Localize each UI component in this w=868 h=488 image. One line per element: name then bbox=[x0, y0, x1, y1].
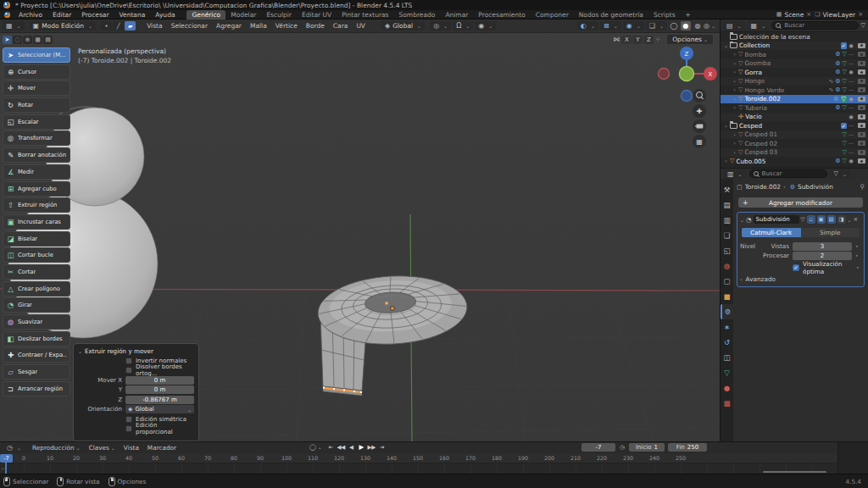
channel-expander-icon[interactable]: › bbox=[2, 465, 4, 472]
properties-tab-view-layer[interactable]: ❏ bbox=[721, 228, 733, 243]
tool-suavizar[interactable]: ◍Suavizar bbox=[3, 314, 70, 330]
symmetric-edit-checkbox[interactable] bbox=[125, 416, 132, 423]
tool-agregar-cubo[interactable]: ⊞Agregar cubo bbox=[3, 181, 70, 197]
properties-tab-output[interactable]: ▥ bbox=[721, 213, 733, 228]
outliner-row-collection[interactable]: ⌄Collection✓◉ bbox=[721, 42, 868, 51]
camera-visibility-icon[interactable] bbox=[858, 79, 865, 84]
properties-editor-type-button[interactable]: ▥ bbox=[724, 169, 746, 179]
camera-visibility-icon[interactable] bbox=[858, 114, 865, 119]
optimal-display-checkbox[interactable]: ✓ bbox=[793, 264, 799, 271]
viewport-menu-vista[interactable]: Vista bbox=[142, 22, 167, 30]
expand-chevron-icon[interactable]: ⌄ bbox=[740, 217, 744, 223]
prev-keyframe-button[interactable]: ◀◀ bbox=[337, 442, 346, 452]
current-frame-field[interactable]: -7 bbox=[581, 443, 615, 452]
operator-panel[interactable]: ⌄ Extruir región y mover Invertir normal… bbox=[73, 343, 199, 441]
shading-rendered-button[interactable]: ◎ bbox=[704, 21, 715, 30]
expander-icon[interactable]: › bbox=[731, 78, 738, 85]
frame-end-field[interactable]: Fin 250 bbox=[668, 443, 707, 452]
jump-to-start-button[interactable]: ⇤ bbox=[326, 442, 336, 452]
outliner-row-toroide-002[interactable]: ›▽Toroide.002⚙▽◉ bbox=[721, 95, 868, 104]
outliner-row-cesped-01[interactable]: ›▽Cesped 01▽— bbox=[721, 130, 868, 140]
properties-tab-material[interactable]: ● bbox=[721, 380, 733, 396]
breadcrumb-modifier[interactable]: Subdivisión bbox=[798, 183, 833, 191]
tool-mover[interactable]: ✛Mover bbox=[3, 80, 70, 96]
tool-sesgar[interactable]: ▱Sesgar bbox=[3, 364, 70, 380]
modifier-panel[interactable]: ⌄ ◔ Subdivisión ▽ ▫ ▣ ▤ ◨ ⌄ × Catmull-Cl… bbox=[737, 212, 865, 287]
viewport-pan-button[interactable]: ✚ bbox=[693, 104, 706, 118]
outliner-display-mode-button[interactable]: ▦ bbox=[748, 21, 770, 30]
overlays-dropdown[interactable]: ◉ bbox=[623, 21, 644, 30]
outliner-row-colecci-n-de-la-escena[interactable]: Colección de la escena bbox=[721, 32, 868, 42]
eye-open-icon[interactable]: ◉ bbox=[847, 42, 855, 49]
mode-select-dropdown[interactable]: ▣ Modo Edición bbox=[30, 21, 97, 30]
camera-visibility-icon[interactable] bbox=[858, 123, 865, 128]
playhead[interactable]: -7 bbox=[0, 454, 13, 463]
properties-tab-world[interactable]: ◍ bbox=[721, 258, 733, 274]
workspace-tab-sombreado[interactable]: Sombreado bbox=[393, 10, 440, 19]
workspace-tab-nodos-de-geometr-a[interactable]: Nodos de geometría bbox=[574, 10, 648, 19]
properties-tab-particles[interactable]: ∗ bbox=[721, 319, 733, 335]
snap-dropdown[interactable]: Ω bbox=[453, 21, 473, 30]
viewport-zoom-button[interactable] bbox=[693, 89, 706, 103]
tool-rotar[interactable]: ↻Rotar bbox=[3, 97, 70, 113]
toggle-cage-display[interactable]: ◨ bbox=[837, 215, 846, 224]
next-keyframe-button[interactable]: ▶▶ bbox=[367, 442, 376, 452]
scene-selector[interactable]: ▦ Scene × bbox=[776, 11, 811, 19]
procesar-value-field[interactable]: 2 bbox=[793, 252, 852, 260]
eye-open-icon[interactable]: ◉ bbox=[847, 69, 855, 75]
proportional-edit-checkbox[interactable] bbox=[125, 425, 132, 432]
expander-icon[interactable]: ⌄ bbox=[722, 42, 730, 49]
record-button[interactable]: ◯ bbox=[309, 444, 322, 451]
timeline-ruler[interactable]: 0102030405060708090100110120130140150160… bbox=[0, 453, 837, 463]
viewport-menu-agregar[interactable]: Agregar bbox=[212, 22, 246, 30]
menu-archivo[interactable]: Archivo bbox=[14, 11, 47, 19]
properties-tab-tool[interactable]: ⚒ bbox=[721, 182, 733, 197]
tool-settings-icon-4[interactable]: ▦ bbox=[33, 36, 42, 44]
vistas-value-field[interactable]: 3 bbox=[793, 242, 852, 251]
modifier-name-field[interactable]: Subdivisión bbox=[754, 215, 799, 224]
pivot-point-dropdown[interactable]: ◎ bbox=[430, 21, 451, 30]
outliner-editor-type-button[interactable]: ▤ bbox=[723, 21, 745, 30]
timeline-editor-type-button[interactable]: ◷ bbox=[3, 443, 25, 452]
play-reverse-button[interactable]: ◀ bbox=[347, 442, 356, 452]
gizmo-z-neg-axis[interactable] bbox=[682, 91, 693, 102]
viewport-menu-malla[interactable]: Malla bbox=[246, 22, 271, 30]
outliner-row-hongo-verde[interactable]: ›▽Hongo Verde∿⚙▽— bbox=[721, 86, 868, 95]
collection-checkbox[interactable]: ✓ bbox=[841, 123, 848, 130]
camera-visibility-icon[interactable] bbox=[858, 61, 865, 66]
tool-arrancar-regi-n[interactable]: ⊐Arrancar región bbox=[3, 381, 70, 396]
outliner-row-tuber-a[interactable]: ›▽Tubería⚙▽— bbox=[721, 103, 868, 113]
toggle-render-display[interactable]: ▤ bbox=[827, 215, 836, 224]
outliner-search[interactable] bbox=[771, 21, 858, 30]
workspace-tab-componer[interactable]: Componer bbox=[531, 10, 574, 19]
expander-icon[interactable]: › bbox=[731, 60, 738, 67]
properties-tab-modifiers[interactable]: ⚙ bbox=[721, 304, 733, 319]
expander-icon[interactable]: › bbox=[731, 51, 738, 58]
orientation-dropdown[interactable]: ◈ Global ⌄ bbox=[125, 405, 194, 413]
properties-tab-collection[interactable]: ▢ bbox=[721, 274, 733, 289]
workspace-tab-pintar-texturas[interactable]: Pintar texturas bbox=[337, 10, 393, 19]
tool-borrar-anotaci-n[interactable]: ✎Borrar anotación bbox=[3, 147, 70, 163]
outliner-row-cesped-02[interactable]: ›▽Cesped 02▽— bbox=[721, 139, 868, 148]
camera-visibility-icon[interactable] bbox=[858, 52, 865, 57]
view-object-types-dropdown[interactable]: ◐ bbox=[577, 21, 598, 30]
outliner-row-gorra[interactable]: ›▽Gorra⚙▽◉ bbox=[721, 68, 868, 77]
eye-closed-icon[interactable]: — bbox=[847, 131, 855, 138]
gizmo-x-neg-axis[interactable] bbox=[659, 69, 670, 80]
tool-biselar[interactable]: ◪Biselar bbox=[3, 231, 70, 247]
expander-icon[interactable]: › bbox=[731, 140, 738, 147]
move-y-field[interactable]: 0 m bbox=[125, 385, 194, 394]
expander-icon[interactable]: › bbox=[731, 104, 738, 111]
workspace-tab-procesamiento[interactable]: Procesamiento bbox=[473, 10, 530, 19]
operator-panel-title[interactable]: ⌄ Extruir región y mover bbox=[78, 347, 194, 356]
properties-filter-button[interactable]: ▽ bbox=[831, 169, 850, 178]
workspace-tab-scripts[interactable]: Scripts bbox=[648, 10, 681, 19]
view-layer-selector[interactable]: ❏ ViewLayer × bbox=[815, 11, 863, 19]
tool-transformar[interactable]: ◎Transformar bbox=[3, 130, 70, 146]
filter-icon[interactable]: ▽ bbox=[861, 22, 865, 29]
eye-closed-icon[interactable]: — bbox=[847, 51, 855, 58]
workspace-tab-item[interactable]: + bbox=[681, 10, 696, 19]
timeline-channels[interactable] bbox=[0, 463, 837, 474]
move-x-field[interactable]: 0 m bbox=[125, 376, 194, 385]
tab-simple[interactable]: Simple bbox=[801, 228, 860, 237]
